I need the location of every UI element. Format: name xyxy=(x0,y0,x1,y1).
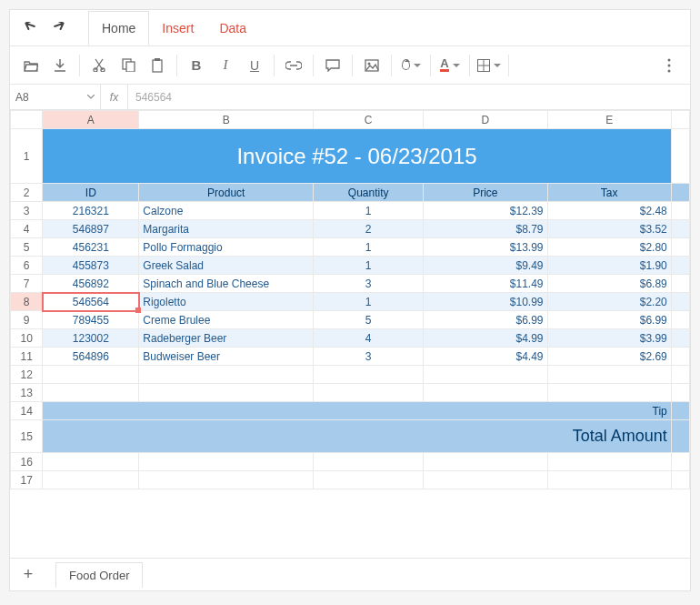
tab-data[interactable]: Data xyxy=(206,12,259,45)
cell-price[interactable]: $11.49 xyxy=(424,275,547,293)
cell-tax[interactable]: $1.90 xyxy=(547,257,671,275)
cell-product[interactable]: Margarita xyxy=(139,220,314,238)
add-sheet-button[interactable]: + xyxy=(19,565,37,584)
row-header[interactable]: 7 xyxy=(11,275,43,293)
cell-qty[interactable]: 5 xyxy=(314,311,424,329)
comment-button[interactable] xyxy=(319,52,346,79)
cell-qty[interactable]: 1 xyxy=(314,293,424,311)
cell-product[interactable]: Pollo Formaggio xyxy=(139,238,314,257)
cell-tax[interactable]: $6.89 xyxy=(547,275,671,293)
row-header[interactable]: 16 xyxy=(11,453,43,471)
open-button[interactable] xyxy=(17,52,45,79)
borders-button[interactable] xyxy=(475,52,503,79)
cell-tax[interactable]: $3.99 xyxy=(547,329,671,348)
row-header[interactable]: 1 xyxy=(11,129,43,184)
sheet-tab[interactable]: Food Order xyxy=(55,562,143,588)
tab-insert[interactable]: Insert xyxy=(149,12,206,45)
tip-label-cell[interactable]: Tip xyxy=(43,402,671,420)
cell-qty[interactable]: 1 xyxy=(314,257,424,275)
bold-button[interactable]: B xyxy=(183,52,210,79)
cell-id[interactable]: 546897 xyxy=(43,220,139,238)
col-header-C[interactable]: C xyxy=(314,111,424,129)
cell-qty[interactable]: 4 xyxy=(314,329,424,348)
cell-tax[interactable]: $2.69 xyxy=(547,348,671,366)
cell-tax[interactable]: $2.20 xyxy=(547,293,671,311)
cell-price[interactable]: $12.39 xyxy=(424,202,547,220)
col-header-D[interactable]: D xyxy=(424,111,547,129)
cell-tax[interactable]: $2.80 xyxy=(547,238,671,257)
cell-id[interactable]: 789455 xyxy=(43,311,139,329)
header-product[interactable]: Product xyxy=(139,184,314,202)
cell-id[interactable]: 456892 xyxy=(43,275,139,293)
invoice-title-cell[interactable]: Invoice #52 - 06/23/2015 xyxy=(43,129,671,184)
row-header[interactable]: 17 xyxy=(11,471,43,489)
cell-price[interactable]: $8.79 xyxy=(424,220,547,238)
cell-qty[interactable]: 2 xyxy=(314,220,424,238)
cell-id[interactable]: 546564 xyxy=(43,293,139,311)
cell-id[interactable]: 456231 xyxy=(43,238,139,257)
row-header[interactable]: 10 xyxy=(11,329,43,348)
cell-product[interactable]: Creme Brulee xyxy=(139,311,314,329)
cell-tax[interactable]: $6.99 xyxy=(547,311,671,329)
cell-qty[interactable]: 3 xyxy=(314,348,424,366)
row-header[interactable]: 9 xyxy=(11,311,43,329)
row-header[interactable]: 3 xyxy=(11,202,43,220)
cell-tax[interactable]: $3.52 xyxy=(547,220,671,238)
row-header[interactable]: 2 xyxy=(11,184,43,202)
cell-id[interactable]: 123002 xyxy=(43,329,139,348)
row-header[interactable]: 15 xyxy=(11,420,43,453)
cut-button[interactable] xyxy=(85,52,113,79)
row-header[interactable]: 14 xyxy=(11,402,43,420)
paste-button[interactable] xyxy=(144,52,171,79)
col-header-B[interactable]: B xyxy=(139,111,314,129)
cell-price[interactable]: $10.99 xyxy=(424,293,547,311)
formula-input[interactable]: 546564 xyxy=(128,85,690,109)
redo-button[interactable] xyxy=(48,17,70,39)
row-header[interactable]: 4 xyxy=(11,220,43,238)
cell-qty[interactable]: 3 xyxy=(314,275,424,293)
cell-qty[interactable]: 1 xyxy=(314,202,424,220)
header-tax[interactable]: Tax xyxy=(547,184,671,202)
tab-home[interactable]: Home xyxy=(88,11,149,45)
header-qty[interactable]: Quantity xyxy=(314,184,424,202)
row-header[interactable]: 13 xyxy=(11,384,43,402)
cell-price[interactable]: $9.49 xyxy=(424,257,547,275)
cell-product[interactable]: Spinach and Blue Cheese xyxy=(139,275,314,293)
cell-price[interactable]: $13.99 xyxy=(424,238,547,257)
download-button[interactable] xyxy=(46,52,74,79)
text-color-button[interactable]: A xyxy=(436,52,464,79)
col-header-A[interactable]: A xyxy=(43,111,139,129)
cell-id[interactable]: 564896 xyxy=(43,348,139,366)
copy-button[interactable] xyxy=(115,52,142,79)
spreadsheet-grid[interactable]: A B C D E 1 Invoice #52 - 06/23/2015 2 I… xyxy=(10,110,690,558)
italic-button[interactable]: I xyxy=(212,52,239,79)
cell-id[interactable]: 455873 xyxy=(43,257,139,275)
cell-price[interactable]: $4.49 xyxy=(424,348,547,366)
header-id[interactable]: ID xyxy=(43,184,139,202)
underline-button[interactable]: U xyxy=(241,52,268,79)
header-price[interactable]: Price xyxy=(424,184,547,202)
total-label-cell[interactable]: Total Amount xyxy=(43,420,671,453)
fill-color-button[interactable] xyxy=(397,52,425,79)
cell-product[interactable]: Budweiser Beer xyxy=(139,348,314,366)
row-header[interactable]: 6 xyxy=(11,257,43,275)
link-button[interactable] xyxy=(280,52,307,79)
select-all-corner[interactable] xyxy=(11,111,43,129)
row-header[interactable]: 5 xyxy=(11,238,43,257)
undo-button[interactable] xyxy=(19,17,41,39)
cell-price[interactable]: $6.99 xyxy=(424,311,547,329)
image-button[interactable] xyxy=(358,52,385,79)
cell-tax[interactable]: $2.48 xyxy=(547,202,671,220)
row-header[interactable]: 8 xyxy=(11,293,43,311)
row-header[interactable]: 11 xyxy=(11,348,43,366)
cell-id[interactable]: 216321 xyxy=(43,202,139,220)
cell-price[interactable]: $4.99 xyxy=(424,329,547,348)
cell-product[interactable]: Calzone xyxy=(139,202,314,220)
cell-product[interactable]: Radeberger Beer xyxy=(139,329,314,348)
cell-product[interactable]: Greek Salad xyxy=(139,257,314,275)
row-header[interactable]: 12 xyxy=(11,366,43,384)
col-header-E[interactable]: E xyxy=(547,111,671,129)
more-button[interactable] xyxy=(655,52,683,79)
cell-qty[interactable]: 1 xyxy=(314,238,424,257)
cell-product[interactable]: Rigoletto xyxy=(139,293,314,311)
